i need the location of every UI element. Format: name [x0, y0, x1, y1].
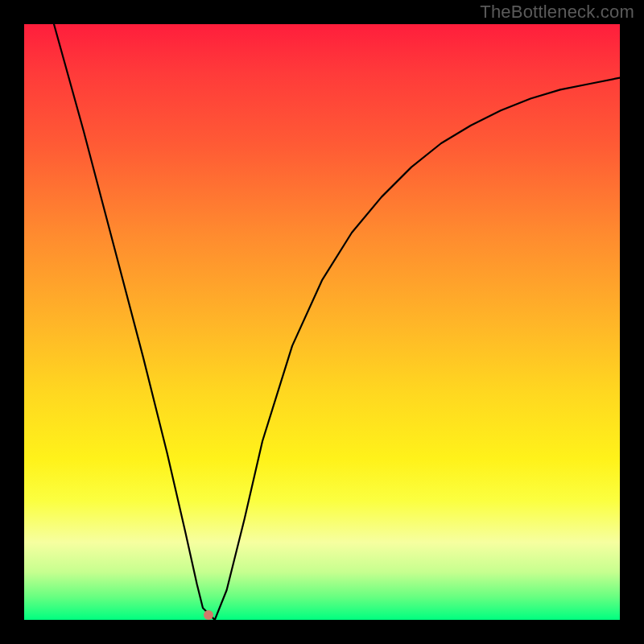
chart-frame: TheBottleneck.com	[0, 0, 644, 644]
curve-path	[54, 24, 620, 620]
minimum-point-marker	[204, 610, 213, 620]
watermark-text: TheBottleneck.com	[480, 2, 634, 23]
bottleneck-curve	[24, 24, 620, 620]
plot-area	[24, 24, 620, 620]
